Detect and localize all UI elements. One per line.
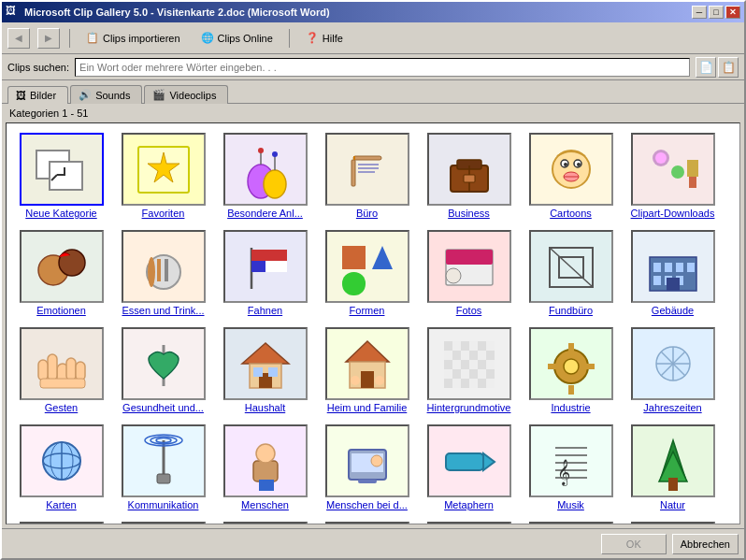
category-label-heim-und-familie: Heim und Familie [327,402,408,413]
bilder-tab-icon: 🖼 [16,90,26,101]
svg-rect-99 [469,369,478,379]
category-item-row5-7[interactable]: 🖤... [624,520,722,524]
search-input[interactable] [75,58,690,77]
category-item-metaphern[interactable]: Metaphern [420,423,518,512]
tab-bilder[interactable]: 🖼 Bilder [7,86,68,104]
category-item-haushalt[interactable]: Haushalt [216,325,314,415]
toolbar-separator-2 [289,29,290,48]
close-button[interactable]: ✕ [725,6,740,19]
svg-point-38 [148,257,155,287]
svg-text:𝄞: 𝄞 [557,459,570,486]
maximize-button[interactable]: □ [709,6,724,19]
svg-marker-70 [242,343,289,364]
category-item-formen[interactable]: Formen [318,228,416,318]
cancel-button[interactable]: Abbrechen [672,534,739,554]
svg-rect-116 [585,364,595,369]
category-item-row5-6[interactable]: 🔵... [522,520,620,524]
category-label-natur: Natur [660,499,685,510]
svg-point-6 [264,170,286,198]
category-item-buero[interactable]: Büro [318,131,416,221]
svg-rect-104 [478,369,486,379]
category-label-cartoons: Cartoons [550,208,592,219]
svg-point-50 [446,268,461,283]
svg-rect-95 [461,379,469,388]
category-label-buero: Büro [356,208,378,219]
category-label-karten: Karten [46,499,76,510]
search-copy-button[interactable]: 📄 [696,57,716,78]
toolbar-separator-1 [69,29,70,48]
category-label-hintergrundmotive: Hintergrundmotive [427,402,511,413]
svg-rect-149 [668,478,678,491]
category-item-jahreszeiten[interactable]: Jahreszeiten [624,325,722,415]
svg-rect-94 [461,369,469,379]
svg-rect-58 [687,263,695,272]
svg-rect-93 [461,360,469,369]
svg-point-25 [577,163,581,166]
category-item-row5-3[interactable]: 🌸... [216,520,314,524]
category-label-haushalt: Haushalt [245,402,285,413]
category-item-industrie[interactable]: Industrie [522,325,620,415]
category-item-fotos[interactable]: Fotos [420,228,518,318]
clips-import-button[interactable]: 📋 Clips importieren [79,29,187,47]
category-item-menschen[interactable]: Menschen [216,423,314,512]
category-item-kommunikation[interactable]: Kommunikation [114,423,212,512]
svg-rect-49 [446,250,493,265]
svg-rect-14 [358,164,379,165]
category-item-neue-kategorie[interactable]: Neue Kategorie [12,131,110,221]
tab-videoclips[interactable]: 🎬 Videoclips [144,85,228,104]
svg-rect-127 [157,474,170,483]
category-item-row5-2[interactable]: 🔴... [114,520,212,524]
category-item-clipart-downloads[interactable]: Clipart-Downloads [624,131,722,221]
category-item-besondere-anlaesse[interactable]: Besondere Anl... [216,131,314,221]
minimize-button[interactable]: ─ [692,6,707,19]
category-item-emotionen[interactable]: Emotionen [12,228,110,318]
forward-button[interactable]: ▶ [37,28,60,49]
svg-marker-148 [659,452,687,481]
clips-import-icon: 📋 [86,32,99,44]
category-item-row5-4[interactable]: 📦... [318,520,416,524]
svg-rect-87 [452,351,461,360]
category-item-essen-und-trinken[interactable]: Essen und Trink... [114,228,212,318]
svg-point-24 [564,163,567,166]
help-button[interactable]: ❓ Hilfe [299,29,350,47]
category-item-cartoons[interactable]: Cartoons [522,131,620,221]
svg-rect-107 [486,351,495,360]
category-item-fahnen[interactable]: Fahnen [216,228,314,318]
category-label-besondere-anlaesse: Besondere Anl... [227,208,303,219]
tab-sounds[interactable]: 🔊 Sounds [70,85,142,104]
svg-point-10 [272,151,278,157]
ok-button[interactable]: OK [601,534,667,554]
window-title: Microsoft Clip Gallery 5.0 - Visitenkart… [24,7,692,18]
category-item-row5-1[interactable]: 🌿... [12,520,110,524]
category-item-fundbuero[interactable]: Fundbüro [522,228,620,318]
category-item-favoriten[interactable]: Favoriten [114,131,212,221]
svg-rect-77 [361,371,374,388]
category-label-fotos: Fotos [456,305,482,316]
category-item-business[interactable]: Business [420,131,518,221]
category-item-heim-und-familie[interactable]: Heim und Familie [318,325,416,415]
category-item-gesten[interactable]: Gesten [12,325,110,415]
category-item-menschen-bei[interactable]: Menschen bei d... [318,423,416,512]
category-item-musik[interactable]: 𝄞 Musik [522,423,620,512]
svg-rect-113 [568,343,574,352]
svg-point-30 [671,165,684,179]
category-item-natur[interactable]: Natur [624,423,722,512]
category-label-formen: Formen [350,305,385,316]
clips-online-button[interactable]: 🌐 Clips Online [194,29,280,47]
svg-rect-106 [486,341,495,351]
svg-rect-86 [452,341,461,351]
category-label-gesundheit: Gesundheit und... [122,402,204,413]
svg-rect-73 [253,367,263,377]
category-label-gesten: Gesten [45,402,78,413]
videoclips-tab-icon: 🎬 [152,89,165,101]
category-item-karten[interactable]: Karten [12,423,110,512]
svg-rect-57 [676,263,683,272]
category-item-hintergrundmotive[interactable]: Hintergrundmotive [420,325,518,415]
category-item-row5-5[interactable]: 🎭... [420,520,518,524]
svg-rect-45 [342,246,366,269]
search-paste-button[interactable]: 📋 [718,57,739,78]
category-item-gesundheit[interactable]: Gesundheit und... [114,325,212,415]
category-item-gebaeude[interactable]: Gebäude [624,228,722,318]
back-button[interactable]: ◀ [7,28,30,49]
svg-rect-137 [358,480,377,483]
